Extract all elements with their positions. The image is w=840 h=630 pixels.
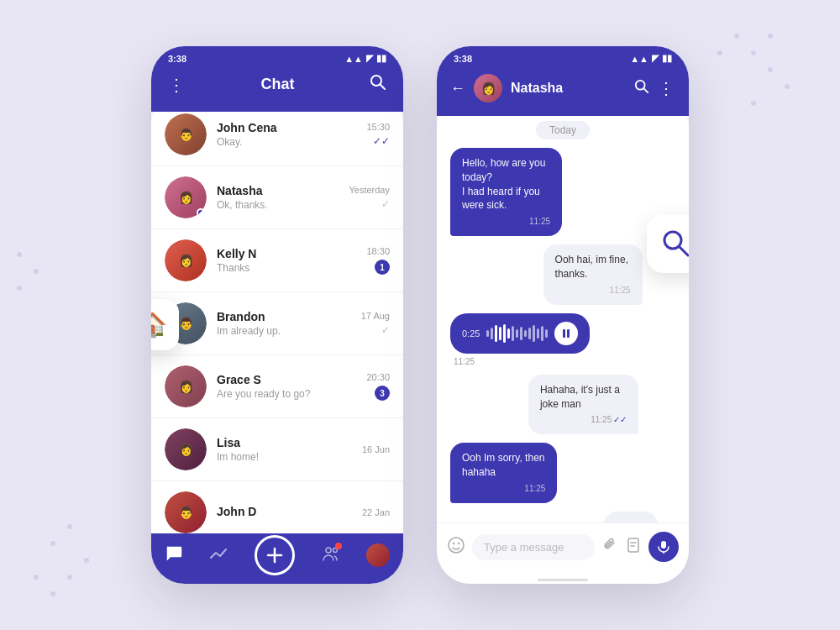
battery-icon: ▮▮ bbox=[376, 53, 386, 64]
chat-item-brandon[interactable]: 👨 Brandon Im already up. 17 Aug ✓ bbox=[151, 292, 403, 355]
svg-line-1 bbox=[381, 85, 385, 89]
mic-button[interactable] bbox=[648, 532, 679, 562]
voice-time: 11:25 bbox=[454, 357, 475, 366]
signal-icon: ▲▲ bbox=[344, 54, 363, 64]
message-sent-2: Ooh Im sorry, then hahaha 11:25 bbox=[450, 443, 593, 503]
chat-time: 20:30 bbox=[366, 372, 390, 382]
unread-badge: 1 bbox=[375, 260, 390, 275]
message-time: 11:25 bbox=[555, 285, 631, 297]
input-bar: Type a message bbox=[437, 522, 689, 579]
chat-time: 18:30 bbox=[366, 246, 390, 256]
status-icons: ▲▲ ◤ ▮▮ bbox=[344, 53, 386, 64]
online-dot bbox=[197, 208, 205, 217]
avatar-natasha: 👩 bbox=[165, 176, 207, 218]
chat-nav-icon[interactable] bbox=[165, 544, 183, 567]
chat-item-kelly[interactable]: 👩 Kelly N Thanks 18:30 1 bbox=[151, 229, 403, 292]
search-icon[interactable] bbox=[370, 74, 386, 95]
chat-item-natasha[interactable]: 👩 Natasha Ok, thanks. Yesterday ✓ bbox=[151, 166, 403, 229]
chat-info-grace: Grace S Are you ready to go? bbox=[217, 373, 356, 400]
svg-rect-13 bbox=[628, 538, 638, 552]
chat-name: Grace S bbox=[217, 373, 356, 386]
fab-button[interactable] bbox=[255, 535, 295, 575]
chat-preview: Okay. bbox=[217, 136, 356, 148]
bubble: Hahaha, it's just a joke man 11:25 ✓✓ bbox=[528, 375, 638, 435]
svg-point-0 bbox=[371, 76, 381, 86]
back-button[interactable]: ← bbox=[450, 80, 465, 97]
chat-item-john-cena[interactable]: 👨 John Cena Okay. 15:30 ✓✓ bbox=[151, 112, 403, 166]
svg-rect-14 bbox=[661, 541, 666, 549]
status-time: 3:38 bbox=[454, 54, 472, 64]
svg-rect-9 bbox=[567, 329, 570, 338]
bubble: Ooh Im sorry, then hahaha 11:25 bbox=[450, 443, 557, 503]
voice-duration: 0:25 bbox=[462, 328, 480, 339]
chat-meta: 20:30 3 bbox=[366, 372, 390, 401]
svg-point-10 bbox=[449, 538, 464, 553]
menu-icon[interactable]: ⋮ bbox=[168, 75, 186, 95]
trends-nav-icon[interactable] bbox=[209, 544, 228, 566]
chat-name: Lisa bbox=[217, 436, 352, 449]
voice-message: 0:25 bbox=[450, 313, 590, 354]
bubble: Hello, how are you today?I had heard if … bbox=[450, 148, 562, 236]
chat-time: 16 Jun bbox=[362, 444, 390, 454]
chat-info-brandon: Brandon Im already up. bbox=[217, 310, 351, 337]
date-divider: Today bbox=[536, 121, 590, 139]
file-icon[interactable] bbox=[625, 537, 642, 558]
chat-item-john-d[interactable]: 👨 John D 22 Jan bbox=[151, 481, 403, 533]
wifi-icon: ◤ bbox=[366, 53, 373, 64]
wifi-icon: ◤ bbox=[652, 53, 659, 64]
message-text: Hahaha, it's just a joke man bbox=[540, 383, 627, 412]
svg-point-12 bbox=[458, 542, 459, 543]
chat-meta: 22 Jan bbox=[362, 507, 390, 517]
chat-time: 22 Jan bbox=[362, 507, 390, 517]
svg-rect-8 bbox=[563, 329, 565, 338]
home-icon: 🏠 bbox=[151, 312, 167, 338]
message-sent-1: Hello, how are you today?I had heard if … bbox=[450, 148, 599, 236]
bottom-nav bbox=[151, 533, 403, 584]
chat-meta: 18:30 1 bbox=[366, 246, 390, 275]
chat-preview: Im already up. bbox=[217, 325, 351, 337]
bubble: Ooh hai, im fine, thanks. 11:25 bbox=[543, 244, 643, 305]
status-time: 3:38 bbox=[168, 54, 186, 64]
pause-button[interactable] bbox=[554, 322, 578, 345]
message-text: Ok, thanks bbox=[616, 520, 646, 522]
search-popup[interactable] bbox=[647, 214, 689, 273]
chat-meta: Yesterday ✓ bbox=[349, 185, 390, 210]
chat-name: Natasha bbox=[217, 184, 339, 197]
check-icon: ✓ bbox=[381, 324, 390, 336]
chat-item-lisa[interactable]: 👩 Lisa Im home! 16 Jun bbox=[151, 418, 403, 481]
chat-item-grace[interactable]: 🏠 👩 Grace S Are you ready to go? 20:30 3 bbox=[151, 355, 403, 418]
chat-preview: Ok, thanks. bbox=[217, 199, 339, 211]
chat-name: John Cena bbox=[217, 121, 356, 134]
dots-background bbox=[0, 0, 840, 630]
message-received-3: Ok, thanks 18:30 ✓✓ bbox=[604, 512, 675, 522]
messages-area: Today Hello, how are you today?I had hea… bbox=[437, 116, 689, 522]
message-time: 11:25 bbox=[462, 483, 545, 495]
chat-list-header: ⋮ Chat bbox=[151, 67, 403, 112]
chat-info-lisa: Lisa Im home! bbox=[217, 436, 352, 463]
menu-icon[interactable]: ⋮ bbox=[658, 78, 675, 98]
status-icons: ▲▲ ◤ ▮▮ bbox=[630, 53, 672, 64]
attach-icon[interactable] bbox=[601, 537, 618, 558]
chat-name: Kelly N bbox=[217, 247, 356, 260]
phone-chat-list: 3:38 ▲▲ ◤ ▮▮ ⋮ Chat 👨 bbox=[151, 46, 403, 584]
message-input[interactable]: Type a message bbox=[472, 534, 595, 560]
chat-list-content: 👨 John Cena Okay. 15:30 ✓✓ bbox=[151, 112, 403, 533]
message-time: 11:25 bbox=[462, 216, 550, 228]
people-nav[interactable] bbox=[322, 544, 340, 566]
unread-badge: 3 bbox=[375, 386, 390, 401]
emoji-icon[interactable] bbox=[447, 536, 465, 559]
home-indicator bbox=[538, 579, 588, 581]
message-text: Ooh Im sorry, then hahaha bbox=[462, 451, 545, 480]
header-title: Chat bbox=[261, 76, 295, 93]
input-placeholder: Type a message bbox=[484, 541, 564, 554]
single-check-icon: ✓ bbox=[381, 198, 390, 210]
avatar-kelly: 👩 bbox=[165, 239, 207, 281]
search-icon[interactable] bbox=[634, 79, 649, 97]
profile-avatar-nav[interactable] bbox=[366, 543, 390, 567]
message-text: Ooh hai, im fine, thanks. bbox=[555, 253, 631, 281]
message-meta: 11:25 ✓✓ bbox=[540, 414, 627, 426]
home-popup[interactable]: 🏠 bbox=[151, 299, 179, 350]
chat-info-john-cena: John Cena Okay. bbox=[217, 121, 356, 148]
chat-header: ← 👩 Natasha ⋮ bbox=[437, 67, 689, 116]
contact-avatar: 👩 bbox=[474, 74, 502, 102]
